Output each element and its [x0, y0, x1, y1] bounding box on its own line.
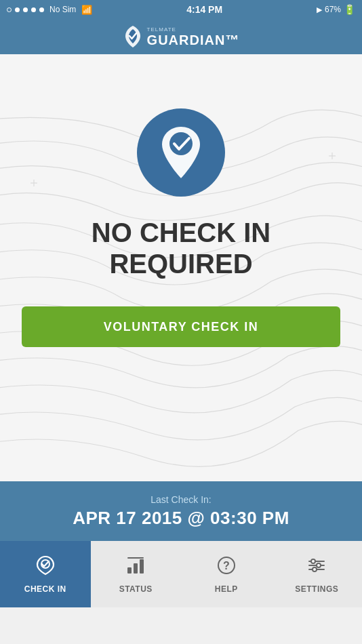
voluntary-checkin-button[interactable]: VOLUNTARY CHECK IN: [22, 306, 340, 347]
map-area: NO CHECK IN REQUIRED VOLUNTARY CHECK IN: [0, 54, 362, 481]
location-check-icon: [157, 124, 205, 182]
tab-bar: CHECK IN STATUS ? HELP: [0, 541, 362, 607]
guardian-logo-icon: [123, 24, 143, 49]
tab-settings[interactable]: SETTINGS: [272, 541, 363, 607]
status-left: No Sim 📶: [7, 5, 92, 15]
header-maintext: GUARDIAN™: [147, 33, 240, 47]
map-content: NO CHECK IN REQUIRED VOLUNTARY CHECK IN: [0, 54, 362, 347]
no-checkin-message: NO CHECK IN REQUIRED: [92, 217, 270, 279]
tab-settings-label: SETTINGS: [295, 584, 338, 594]
last-checkin-label: Last Check In:: [150, 494, 212, 505]
header-subtext: TELMATE: [147, 26, 176, 33]
location-icon: ▶: [317, 5, 322, 14]
svg-rect-10: [127, 567, 132, 573]
wifi-icon: 📶: [81, 5, 92, 15]
tab-help-label: HELP: [215, 584, 238, 594]
svg-rect-11: [134, 563, 138, 573]
status-right: ▶ 67% 🔋: [317, 4, 355, 15]
status-line-1: NO CHECK IN: [92, 218, 270, 247]
svg-text:?: ?: [223, 560, 230, 571]
signal-dot-2: [15, 7, 20, 12]
tab-help[interactable]: ? HELP: [181, 541, 272, 607]
tab-checkin[interactable]: CHECK IN: [0, 541, 91, 607]
status-tab-icon: [125, 555, 146, 580]
svg-point-21: [313, 567, 317, 571]
carrier-label: No Sim: [49, 5, 76, 14]
svg-point-19: [311, 559, 315, 563]
help-tab-icon: ?: [216, 555, 237, 580]
svg-rect-13: [127, 557, 144, 559]
signal-dot-4: [31, 7, 36, 12]
settings-tab-icon: [306, 555, 327, 580]
signal-dot-3: [23, 7, 28, 12]
svg-rect-12: [140, 559, 144, 573]
status-line-2: REQUIRED: [109, 249, 252, 279]
tab-status-label: STATUS: [119, 584, 153, 594]
signal-dot-1: [7, 7, 12, 12]
last-checkin-strip: Last Check In: APR 17 2015 @ 03:30 PM: [0, 481, 362, 541]
header-logo: TELMATE GUARDIAN™: [123, 24, 240, 49]
status-time: 4:14 PM: [186, 4, 222, 15]
tab-checkin-label: CHECK IN: [24, 584, 66, 594]
signal-dot-5: [39, 7, 44, 12]
battery-level: 67%: [325, 5, 341, 14]
checkin-status-icon: [137, 108, 225, 197]
battery-icon: 🔋: [344, 4, 355, 15]
checkin-tab-icon: [35, 555, 56, 580]
app-header: TELMATE GUARDIAN™: [0, 19, 362, 54]
svg-point-20: [317, 563, 321, 567]
last-checkin-value: APR 17 2015 @ 03:30 PM: [73, 508, 289, 529]
tab-status[interactable]: STATUS: [91, 541, 182, 607]
status-bar: No Sim 📶 4:14 PM ▶ 67% 🔋: [0, 0, 362, 19]
header-logo-text: TELMATE GUARDIAN™: [147, 26, 240, 47]
